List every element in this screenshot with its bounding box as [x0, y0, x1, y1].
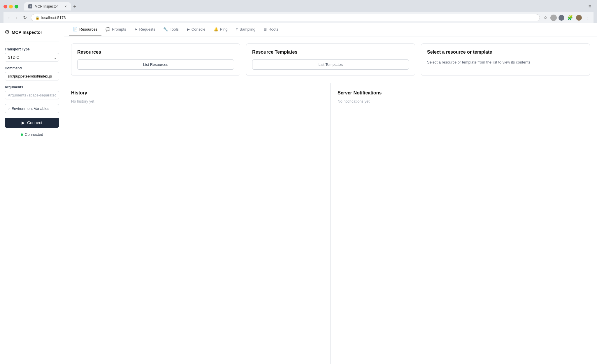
resources-panel-title: Resources — [77, 50, 234, 55]
tab-close-button[interactable]: × — [64, 4, 67, 9]
tools-tab-icon: 🔧 — [163, 27, 168, 31]
prompts-tab-label: Prompts — [112, 27, 126, 31]
profile-icon[interactable] — [576, 15, 582, 21]
bookmark-button[interactable]: ☆ — [542, 14, 549, 21]
ping-tab-icon: 🔔 — [214, 27, 218, 31]
history-panel: History No history yet — [64, 83, 331, 364]
connect-label: Connect — [27, 120, 42, 125]
resources-panel: Resources List Resources — [71, 43, 240, 76]
app-gear-icon: ⚙ — [5, 29, 9, 35]
tab-bar: ⚙ MCP Inspector × + — [24, 2, 78, 10]
app-title-text: MCP Inspector — [12, 30, 42, 35]
chevron-right-icon: › — [8, 106, 10, 111]
extension-icon-1[interactable] — [550, 15, 557, 21]
notifications-panel: Server Notifications No notifications ye… — [331, 83, 597, 364]
templates-panel-title: Resource Templates — [252, 50, 409, 55]
extensions-button[interactable]: 🧩 — [566, 14, 574, 21]
select-panel-title: Select a resource or template — [427, 50, 584, 55]
resources-section: Resources List Resources Resource Templa… — [64, 36, 597, 83]
app-title: ⚙ MCP Inspector — [5, 29, 59, 35]
tab-sampling[interactable]: # Sampling — [232, 23, 259, 36]
select-hint-text: Select a resource or template from the l… — [427, 59, 584, 65]
command-label: Command — [5, 66, 59, 70]
tab-prompts[interactable]: 💬 Prompts — [101, 23, 130, 36]
fullscreen-window-button[interactable] — [15, 5, 18, 8]
tab-nav: 📄 Resources 💬 Prompts ➤ Requests 🔧 Tools… — [64, 23, 597, 36]
transport-type-label: Transport Type — [5, 47, 59, 51]
forward-button[interactable]: › — [14, 15, 19, 21]
connected-status: Connected — [5, 132, 59, 137]
notifications-panel-title: Server Notifications — [338, 90, 590, 96]
address-bar[interactable]: 🔒 localhost:5173 — [31, 14, 540, 21]
tab-favicon-icon: ⚙ — [28, 4, 32, 8]
arguments-label: Arguments — [5, 85, 59, 89]
ping-tab-label: Ping — [220, 27, 228, 31]
new-tab-button[interactable]: + — [71, 3, 78, 10]
sampling-tab-icon: # — [236, 27, 238, 31]
transport-type-select[interactable]: STDIO SSE WebSocket — [5, 53, 59, 61]
console-tab-label: Console — [192, 27, 206, 31]
minimize-window-button[interactable] — [9, 5, 13, 8]
browser-chrome: ⚙ MCP Inspector × + ≡ ‹ › ↻ 🔒 localhost:… — [0, 0, 597, 23]
reload-button[interactable]: ↻ — [21, 14, 29, 21]
traffic-lights — [3, 5, 18, 8]
tab-console[interactable]: ▶ Console — [183, 23, 210, 36]
transport-type-field: Transport Type STDIO SSE WebSocket ⌄ — [5, 47, 59, 61]
requests-tab-label: Requests — [139, 27, 155, 31]
browser-tab[interactable]: ⚙ MCP Inspector × — [24, 2, 71, 10]
tools-tab-label: Tools — [170, 27, 178, 31]
tab-resources[interactable]: 📄 Resources — [69, 23, 101, 36]
tab-title: MCP Inspector — [35, 4, 58, 8]
play-icon: ▶ — [22, 120, 25, 125]
sidebar: ⚙ MCP Inspector Transport Type STDIO SSE… — [0, 23, 64, 364]
command-field: Command — [5, 66, 59, 80]
browser-nav: ‹ › ↻ 🔒 localhost:5173 ☆ 🧩 ⋮ — [3, 12, 594, 23]
close-window-button[interactable] — [3, 5, 7, 8]
browser-menu-button[interactable]: ≡ — [586, 3, 594, 10]
bottom-section: History No history yet Server Notificati… — [64, 83, 597, 364]
list-resources-button[interactable]: List Resources — [77, 59, 234, 70]
tab-roots[interactable]: ⊞ Roots — [259, 23, 282, 36]
arguments-field: Arguments — [5, 85, 59, 99]
connected-label: Connected — [25, 132, 43, 137]
tab-tools[interactable]: 🔧 Tools — [159, 23, 182, 36]
roots-tab-label: Roots — [268, 27, 278, 31]
templates-panel: Resource Templates List Templates — [246, 43, 415, 76]
arguments-input[interactable] — [5, 91, 59, 99]
tab-requests[interactable]: ➤ Requests — [130, 23, 159, 36]
browser-top: ⚙ MCP Inspector × + ≡ — [3, 2, 594, 10]
history-empty-text: No history yet — [71, 99, 323, 103]
notifications-empty-text: No notifications yet — [338, 99, 590, 103]
sampling-tab-label: Sampling — [240, 27, 255, 31]
requests-tab-icon: ➤ — [134, 27, 138, 31]
sidebar-divider — [5, 41, 59, 41]
console-tab-icon: ▶ — [187, 27, 190, 31]
env-vars-label: Environment Variables — [11, 106, 49, 111]
resources-tab-icon: 📄 — [73, 27, 78, 31]
address-url: localhost:5173 — [41, 15, 66, 20]
chrome-menu-button[interactable]: ⋮ — [584, 14, 591, 21]
status-dot-icon — [21, 133, 23, 136]
env-vars-button[interactable]: › Environment Variables — [5, 104, 59, 113]
roots-tab-icon: ⊞ — [264, 27, 267, 31]
content-area: Resources List Resources Resource Templa… — [64, 36, 597, 364]
command-input[interactable] — [5, 72, 59, 80]
back-button[interactable]: ‹ — [6, 15, 11, 21]
tab-ping[interactable]: 🔔 Ping — [210, 23, 232, 36]
app-container: ⚙ MCP Inspector Transport Type STDIO SSE… — [0, 23, 597, 364]
extension-icon-2[interactable] — [559, 15, 564, 21]
transport-type-select-wrapper: STDIO SSE WebSocket ⌄ — [5, 53, 59, 61]
select-panel: Select a resource or template Select a r… — [421, 43, 590, 76]
main-content: 📄 Resources 💬 Prompts ➤ Requests 🔧 Tools… — [64, 23, 597, 364]
list-templates-button[interactable]: List Templates — [252, 59, 409, 70]
history-panel-title: History — [71, 90, 323, 96]
address-lock-icon: 🔒 — [35, 16, 40, 20]
browser-actions: ☆ 🧩 ⋮ — [542, 14, 591, 21]
resources-tab-label: Resources — [79, 27, 97, 31]
connect-button[interactable]: ▶ Connect — [5, 118, 59, 128]
prompts-tab-icon: 💬 — [106, 27, 110, 31]
